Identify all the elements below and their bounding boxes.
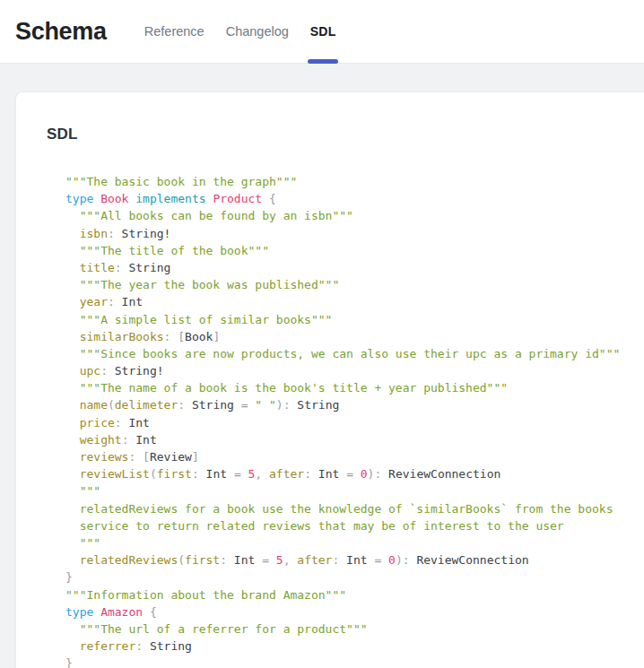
code-line: isbn: String! [65, 225, 628, 242]
schema-tabs: Reference Changelog SDL [134, 0, 347, 63]
code-line: title: String [65, 259, 628, 276]
code-line: type Amazon { [65, 603, 628, 620]
code-line: """Information about the brand Amazon""" [65, 586, 628, 603]
code-line: """ [65, 482, 628, 499]
code-line: } [65, 568, 628, 586]
tab-changelog-label: Changelog [226, 24, 289, 39]
code-line: """Since books are now products, we can … [65, 345, 628, 362]
page-title: Schema [15, 18, 107, 46]
sdl-code-block: """The basic book in the graph"""type Bo… [65, 173, 628, 668]
code-line: """The name of a book is the book's titl… [65, 379, 628, 396]
tab-reference[interactable]: Reference [134, 0, 215, 63]
tab-sdl[interactable]: SDL [300, 0, 347, 63]
code-line: """All books can be found by an isbn""" [65, 207, 628, 224]
active-tab-indicator [308, 59, 339, 64]
code-line: reviews: [Review] [65, 448, 628, 465]
code-line: reviewList(first: Int = 5, after: Int = … [65, 465, 628, 482]
code-line: weight: Int [65, 431, 628, 448]
code-line: referrer: String [65, 638, 628, 655]
code-line: """The title of the book""" [65, 242, 628, 259]
code-line: relatedReviews for a book use the knowle… [65, 500, 628, 517]
code-line: service to return related reviews that m… [65, 517, 628, 534]
code-line: """The year the book was published""" [65, 276, 628, 293]
sdl-card: SDL """The basic book in the graph"""typ… [15, 91, 644, 668]
sdl-heading: SDL [47, 126, 628, 143]
code-line: """A simple list of similar books""" [65, 311, 628, 328]
tab-sdl-label: SDL [310, 24, 336, 39]
code-line: """The url of a referrer for a product""… [65, 620, 628, 638]
code-line: name(delimeter: String = " "): String [65, 396, 628, 413]
code-line: upc: String! [65, 362, 628, 379]
code-line: price: Int [65, 414, 628, 431]
code-line: """The basic book in the graph""" [65, 173, 628, 190]
page-header: Schema Reference Changelog SDL [0, 0, 644, 64]
tab-changelog[interactable]: Changelog [215, 0, 300, 63]
code-line: type Book implements Product { [65, 190, 628, 207]
code-line: """ [65, 534, 628, 551]
code-line: similarBooks: [Book] [65, 328, 628, 345]
tab-reference-label: Reference [144, 24, 205, 39]
code-line: } [65, 655, 628, 668]
code-line: year: Int [65, 293, 628, 310]
code-line: relatedReviews(first: Int = 5, after: In… [65, 551, 628, 568]
